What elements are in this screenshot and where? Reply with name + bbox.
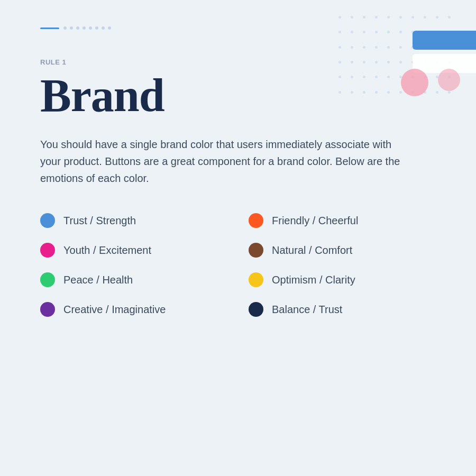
emotion-item: Trust / Strength [40,213,227,228]
grid-dot [375,31,378,33]
blue-rect [413,31,476,50]
grid-dot [351,76,353,78]
top-bar-dots [63,26,111,30]
emotion-item: Balance / Trust [249,302,436,317]
grid-dot [436,91,438,94]
color-dot [249,243,263,258]
emotion-label: Natural / Comfort [272,244,352,257]
grid-dot [399,16,402,19]
grid-dot [375,46,378,49]
emotion-label: Optimism / Clarity [272,274,355,286]
emotion-label: Youth / Excitement [63,244,151,257]
grid-dot [363,16,365,19]
grid-dot [448,16,451,19]
grid-dot [436,16,438,19]
dot-8 [108,26,111,30]
color-dot [249,302,263,317]
color-dot [40,243,55,258]
emotion-label: Peace / Health [63,274,133,286]
top-right-decor [338,16,476,122]
grid-dot [351,31,353,33]
color-dot [40,302,55,317]
grid-dot [363,91,365,94]
description: You should have a single brand color tha… [40,136,410,187]
grid-dot [351,46,353,49]
grid-dot [399,46,402,49]
grid-dot [387,16,390,19]
dot-5 [89,26,92,30]
color-dot [249,272,263,287]
grid-dot [448,91,451,94]
emotion-label: Creative / Imaginative [63,304,166,316]
emotion-label: Trust / Strength [63,215,136,227]
grid-dot [424,16,426,19]
grid-dot [338,76,341,78]
grid-dot [387,91,390,94]
pink-circle-2 [438,69,460,91]
grid-dot [363,46,365,49]
grid-dot [351,91,353,94]
grid-dot [399,31,402,33]
grid-dot [375,76,378,78]
emotion-item: Youth / Excitement [40,243,227,258]
grid-dot [363,76,365,78]
dot-4 [83,26,86,30]
grid-dot [338,46,341,49]
grid-dot [363,31,365,33]
emotion-item: Natural / Comfort [249,243,436,258]
grid-dot [351,61,353,63]
grid-dot [399,61,402,63]
dot-1 [63,26,67,30]
grid-dot [338,16,341,19]
grid-dot [351,16,353,19]
emotion-item: Optimism / Clarity [249,272,436,287]
top-bar-line [40,28,59,29]
grid-dot [338,61,341,63]
grid-dot [375,61,378,63]
emotion-item: Friendly / Cheerful [249,213,436,228]
grid-dot [363,61,365,63]
page-container: RULE 1 Brand You should have a single br… [0,0,476,476]
emotion-item: Peace / Health [40,272,227,287]
grid-dot [387,31,390,33]
dot-7 [102,26,105,30]
top-bar [40,26,111,30]
pink-circle-1 [401,69,428,96]
dot-6 [95,26,98,30]
emotion-item: Creative / Imaginative [40,302,227,317]
emotion-label: Balance / Trust [272,304,342,316]
grid-dot [399,91,402,94]
grid-dot [375,16,378,19]
grid-dot [338,31,341,33]
dot-3 [76,26,79,30]
dot-2 [70,26,73,30]
grid-dot [338,91,341,94]
color-dot [40,213,55,228]
color-dot [40,272,55,287]
grid-dot [411,16,414,19]
grid-dot [387,46,390,49]
color-dot [249,213,263,228]
emotions-grid: Trust / StrengthFriendly / CheerfulYouth… [40,213,436,317]
grid-dot [387,76,390,78]
emotion-label: Friendly / Cheerful [272,215,358,227]
grid-dot [387,61,390,63]
grid-dot [375,91,378,94]
